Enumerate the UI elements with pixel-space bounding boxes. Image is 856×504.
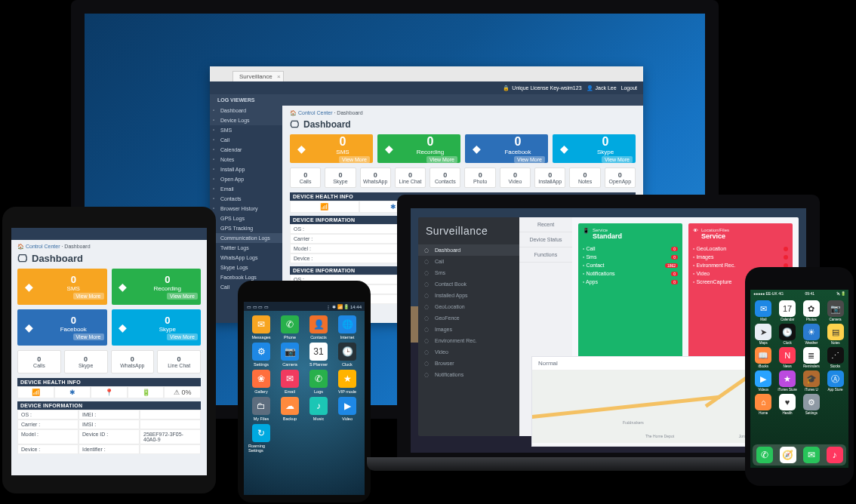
stat-tile[interactable]: ◆0SkypeView More xyxy=(112,309,202,346)
app-icon[interactable]: 🗀My Files xyxy=(248,397,274,421)
dock-app[interactable]: 🧭 xyxy=(780,447,796,463)
laptop-nav-item[interactable]: ◌Notifications xyxy=(418,369,528,380)
sidebar-item[interactable]: ▫Calendar xyxy=(210,145,282,155)
svc-row[interactable]: ▫ GeoLocation xyxy=(693,244,788,253)
close-icon[interactable]: × xyxy=(277,73,281,80)
app-icon[interactable]: ❀Gallery xyxy=(248,370,274,394)
home-icon[interactable]: 🏠 xyxy=(17,244,24,249)
app-icon[interactable]: 🕒Clock xyxy=(777,324,799,345)
sidebar-item[interactable]: ▫Contacts xyxy=(210,194,282,204)
laptop-tab[interactable]: Recent xyxy=(519,217,572,232)
app-icon[interactable]: ✉Email xyxy=(277,370,303,394)
mini-stat[interactable]: 0WhatsApp xyxy=(111,350,155,373)
stat-tile[interactable]: ◆0FacebookView More xyxy=(17,309,107,346)
mini-stat[interactable]: 0WhatsApp xyxy=(360,167,391,188)
app-icon[interactable]: ✆Phone xyxy=(277,315,303,340)
laptop-nav-item[interactable]: ◌Video xyxy=(418,346,528,358)
mini-stat[interactable]: 0Contacts xyxy=(430,167,460,188)
laptop-tab[interactable]: Functions xyxy=(519,247,572,263)
stat-tile[interactable]: ◆0SMSView More xyxy=(17,269,107,305)
mini-stat[interactable]: 0Calls xyxy=(17,350,61,373)
svc-row[interactable]: ▫ Sms0 xyxy=(583,253,678,261)
app-icon[interactable]: ➤Maps xyxy=(753,324,774,345)
app-icon[interactable]: ♪Music xyxy=(306,397,331,421)
sidebar-item[interactable]: ▫Open App xyxy=(210,174,282,184)
mini-stat[interactable]: 0Line Chat xyxy=(395,167,426,188)
app-icon[interactable]: ♥Health xyxy=(777,394,799,415)
app-icon[interactable]: 📷Camera xyxy=(277,343,303,367)
stat-tile[interactable]: ◆0RecordingView More xyxy=(377,134,460,163)
stat-tile[interactable]: ◆0FacebookView More xyxy=(465,134,548,163)
view-more-button[interactable]: View More xyxy=(73,293,104,300)
app-icon[interactable]: 📖iBooks xyxy=(753,347,774,368)
mini-stat[interactable]: 0OpenApp xyxy=(605,167,636,188)
app-icon[interactable]: ⌂Home xyxy=(753,394,774,415)
sidebar-item[interactable]: ▫Skype Logs xyxy=(210,263,282,272)
app-icon[interactable]: ★iTunes Store xyxy=(777,370,799,392)
app-icon[interactable]: 31S Planner xyxy=(306,343,331,367)
laptop-nav-item[interactable]: ◌Sms xyxy=(418,267,528,278)
app-icon[interactable]: ⋰Stocks xyxy=(824,347,846,368)
app-icon[interactable]: ☀Weather xyxy=(801,324,823,345)
laptop-nav-item[interactable]: ◌Contact Book xyxy=(418,278,528,290)
dock-app[interactable]: ✉ xyxy=(803,447,820,463)
sidebar-item[interactable]: ▫Email xyxy=(210,184,282,194)
sidebar-item[interactable]: ▫SMS xyxy=(210,125,282,135)
app-icon[interactable]: 👤Contacts xyxy=(306,315,331,340)
sidebar-item[interactable]: ▫Twitter Logs xyxy=(210,243,282,253)
app-icon[interactable]: ✉Messages xyxy=(248,315,274,340)
laptop-nav-item[interactable]: ◌Environment Rec. xyxy=(418,335,528,346)
sidebar-item[interactable]: ▫Notes xyxy=(210,155,282,164)
app-icon[interactable]: ✉Mail xyxy=(753,300,774,321)
dock-app[interactable]: ♪ xyxy=(827,447,843,463)
mini-stat[interactable]: 0Photo xyxy=(464,167,495,188)
laptop-tab[interactable]: Device Status xyxy=(519,232,572,247)
stat-tile[interactable]: ◆0RecordingView More xyxy=(112,269,202,305)
app-icon[interactable]: ⚙Settings xyxy=(248,343,274,367)
sidebar-item[interactable]: ▫Communication Logs xyxy=(210,233,282,243)
app-icon[interactable]: ✿Photos xyxy=(801,300,823,321)
app-icon[interactable]: ⒶApp Store xyxy=(824,370,846,392)
app-icon[interactable]: NNews xyxy=(777,347,799,368)
laptop-nav-item[interactable]: ◌Call xyxy=(418,256,528,267)
mini-stat[interactable]: 0Skype xyxy=(325,167,356,188)
view-more-button[interactable]: View More xyxy=(426,156,457,163)
user-pill[interactable]: 👤 Jack Lee xyxy=(587,85,617,91)
home-icon[interactable]: 🏠 xyxy=(290,110,297,115)
app-icon[interactable]: 17Calendar xyxy=(777,300,799,321)
laptop-nav-item[interactable]: ◌Dashboard xyxy=(418,244,528,256)
mini-stat[interactable]: 0InstallApp xyxy=(534,167,565,188)
svc-row[interactable]: ▫ Images xyxy=(693,253,788,261)
sidebar-item[interactable]: ▫Device Logs xyxy=(210,115,282,125)
view-more-button[interactable]: View More xyxy=(339,156,370,163)
sidebar-item[interactable]: ▫Install App xyxy=(210,164,282,174)
sidebar-item[interactable]: ▫Dashboard xyxy=(210,106,282,115)
laptop-nav-item[interactable]: ◌GeoLocation xyxy=(418,301,528,312)
dock-app[interactable]: ✆ xyxy=(756,447,773,463)
sidebar-item[interactable]: ▫WhatsApp Logs xyxy=(210,253,282,263)
svc-row[interactable]: ▫ Apps0 xyxy=(583,278,678,286)
app-icon[interactable]: 📷Camera xyxy=(824,300,846,321)
app-icon[interactable]: ⚙Settings xyxy=(801,394,823,415)
sidebar-item[interactable]: ▫Call xyxy=(210,135,282,145)
svc-row[interactable]: ▫ Notifications0 xyxy=(583,269,678,278)
sidebar-item[interactable]: ▫Browser History xyxy=(210,204,282,214)
app-icon[interactable]: ▶Video xyxy=(334,397,360,421)
stat-tile[interactable]: ◆0SkypeView More xyxy=(553,134,636,163)
laptop-nav-item[interactable]: ◌Installed Apps xyxy=(418,290,528,301)
app-icon[interactable]: ☁Backup xyxy=(277,397,303,421)
app-icon[interactable]: ↻Roaming Settings xyxy=(248,424,274,453)
breadcrumb-home[interactable]: Control Center xyxy=(26,244,60,249)
app-icon[interactable]: ★VIP mode xyxy=(334,370,360,394)
app-icon[interactable]: 🕒Clock xyxy=(334,343,360,367)
logout-link[interactable]: Logout xyxy=(621,85,637,91)
laptop-nav-item[interactable]: ◌Images xyxy=(418,324,528,335)
mini-stat[interactable]: 0Line Chat xyxy=(157,350,201,373)
app-icon[interactable]: ✆Logs xyxy=(306,370,331,394)
app-icon[interactable]: 🎓iTunes U xyxy=(801,370,823,392)
view-more-button[interactable]: View More xyxy=(73,333,104,340)
mini-stat[interactable]: 0Skype xyxy=(64,350,108,373)
svc-row[interactable]: ▫ Call0 xyxy=(583,244,678,253)
stat-tile[interactable]: ◆0SMSView More xyxy=(290,134,373,163)
laptop-nav-item[interactable]: ◌GeoFence xyxy=(418,312,528,324)
